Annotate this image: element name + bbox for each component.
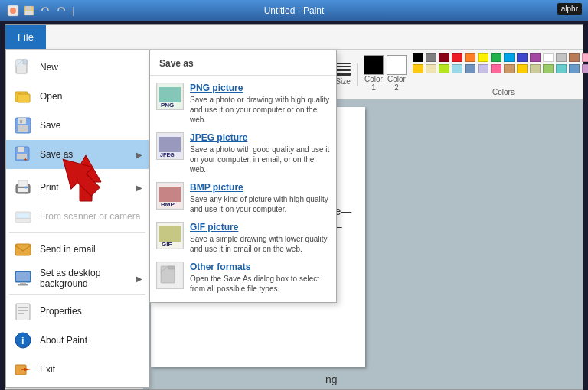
saveas-item-png[interactable]: PNGPNG pictureSave a photo or drawing wi… <box>150 79 336 128</box>
palette-color[interactable] <box>582 53 588 62</box>
menu-item-desktop-bg[interactable]: Set as desktop background▶ <box>6 264 149 293</box>
saveas-item-bmp[interactable]: BMPBMP pictureSave any kind of picture w… <box>150 178 336 218</box>
svg-rect-4 <box>25 11 33 15</box>
color1-label: Color1 <box>364 75 384 92</box>
menu-item-label: Open <box>40 91 142 102</box>
menu-item-label: Print <box>40 182 130 193</box>
saveas-item-text-png: PNG pictureSave a photo or drawing with … <box>190 83 330 125</box>
palette-color[interactable] <box>413 64 423 73</box>
palette-color[interactable] <box>582 64 588 73</box>
palette-color[interactable] <box>465 64 475 73</box>
palette-color[interactable] <box>517 53 528 62</box>
colors-palette-section: Colors <box>413 53 588 96</box>
palette-color[interactable] <box>426 53 436 62</box>
palette-color[interactable] <box>569 64 580 73</box>
svg-rect-14 <box>20 120 22 123</box>
save-quick-icon[interactable] <box>22 4 36 18</box>
svg-point-1 <box>10 8 16 14</box>
palette-color[interactable] <box>569 53 580 62</box>
saveas-item-gif[interactable]: GIFGIF pictureSave a simple drawing with… <box>150 218 336 258</box>
color-boxes: Color1 Color2 <box>364 55 407 92</box>
svg-rect-43 <box>159 137 181 152</box>
undo-icon[interactable] <box>38 4 52 18</box>
svg-text:PNG: PNG <box>161 102 174 109</box>
palette-color[interactable] <box>504 53 514 62</box>
menu-item-label: Save as <box>40 149 130 160</box>
svg-rect-26 <box>15 244 31 255</box>
menu-item-save-as[interactable]: +Save as▶ <box>6 140 149 169</box>
palette-color[interactable] <box>439 53 449 62</box>
app-window: File Size Color1 Color2 <box>5 24 583 390</box>
saveas-item-title-jpeg: JPEG picture <box>190 132 330 143</box>
svg-rect-28 <box>20 282 26 284</box>
saveas-item-jpeg[interactable]: JPEGJPEG pictureSave a photo with good q… <box>150 128 336 178</box>
file-tab[interactable]: File <box>5 25 46 49</box>
menu-item-send-email[interactable]: Send in email <box>6 235 149 264</box>
exit-icon <box>12 359 34 380</box>
file-menu: NewOpenSave+Save as▶Print▶From scanner o… <box>5 50 149 388</box>
saveas-item-other[interactable]: Other formatsOpen the Save As dialog box… <box>150 258 336 297</box>
color1-preview[interactable] <box>364 55 384 75</box>
saveas-item-title-bmp: BMP picture <box>190 182 330 193</box>
menu-item-exit[interactable]: Exit <box>6 355 149 384</box>
palette-color[interactable] <box>491 53 501 62</box>
saveas-item-desc-png: Save a photo or drawing with high qualit… <box>190 95 330 125</box>
saveas-item-title-other: Other formats <box>190 262 330 272</box>
palette-color[interactable] <box>452 53 462 62</box>
palette-color[interactable] <box>543 53 554 62</box>
palette-color[interactable] <box>426 64 436 73</box>
menu-item-from-scanner: From scanner or camera <box>6 202 149 231</box>
svg-rect-10 <box>18 94 30 102</box>
svg-text:JPEG: JPEG <box>160 152 175 158</box>
submenu-arrow-icon: ▶ <box>136 151 142 159</box>
print-icon <box>12 177 34 198</box>
palette-color[interactable] <box>543 64 554 73</box>
palette-color[interactable] <box>530 64 541 73</box>
size-icon <box>335 63 351 76</box>
menu-item-label: New <box>40 62 142 73</box>
jpeg-format-icon: JPEG <box>156 132 184 160</box>
save-icon <box>12 115 34 136</box>
about-icon: i <box>12 330 34 351</box>
palette-color[interactable] <box>556 64 567 73</box>
saveas-submenu: Save as PNGPNG pictureSave a photo or dr… <box>149 50 337 303</box>
saveas-item-text-other: Other formatsOpen the Save As dialog box… <box>190 262 330 294</box>
saveas-item-desc-gif: Save a simple drawing with lower quality… <box>190 234 330 254</box>
menu-divider <box>9 171 145 171</box>
alphr-badge: alphr <box>557 3 582 15</box>
saveas-item-desc-other: Open the Save As dialog box to select fr… <box>190 274 330 294</box>
palette-color[interactable] <box>517 64 528 73</box>
menu-item-print[interactable]: Print▶ <box>6 173 149 202</box>
redo-icon[interactable] <box>54 4 68 18</box>
palette-color[interactable] <box>465 53 475 62</box>
menu-item-save[interactable]: Save <box>6 111 149 140</box>
palette-color[interactable] <box>491 64 501 73</box>
svg-rect-13 <box>18 125 28 132</box>
menu-divider <box>9 294 145 295</box>
email-icon <box>12 239 34 260</box>
palette-color[interactable] <box>556 53 567 62</box>
palette-color[interactable] <box>530 53 541 62</box>
palette-color[interactable] <box>504 64 514 73</box>
svg-rect-30 <box>16 272 30 281</box>
menu-item-properties[interactable]: Properties <box>6 297 149 326</box>
palette-color[interactable] <box>478 53 488 62</box>
submenu-arrow-icon: ▶ <box>136 275 142 283</box>
paint-app-icon <box>6 4 20 18</box>
saveas-item-title-gif: GIF picture <box>190 222 330 232</box>
menu-item-open[interactable]: Open <box>6 82 149 111</box>
ribbon: File <box>5 25 583 50</box>
palette-color[interactable] <box>413 53 423 62</box>
menu-divider <box>9 232 145 233</box>
open-icon <box>12 86 34 107</box>
menu-item-about[interactable]: iAbout Paint <box>6 326 149 355</box>
color2-preview[interactable] <box>387 55 407 75</box>
menu-item-new[interactable]: New <box>6 53 149 82</box>
palette-grid <box>413 53 588 86</box>
other-format-icon <box>156 262 184 289</box>
svg-text:i: i <box>21 335 24 346</box>
palette-color[interactable] <box>439 64 449 73</box>
palette-color[interactable] <box>478 64 488 73</box>
palette-color[interactable] <box>452 64 462 73</box>
menu-item-label: Exit <box>40 364 142 375</box>
